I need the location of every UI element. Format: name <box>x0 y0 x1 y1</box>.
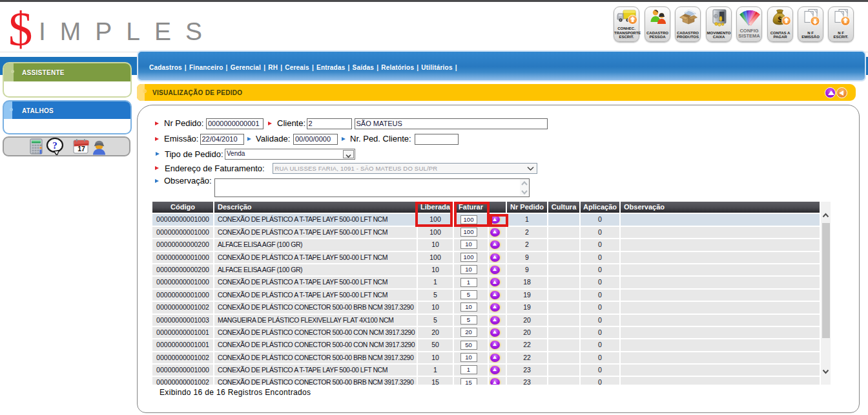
svg-text:$: $ <box>778 14 782 24</box>
svg-text:17: 17 <box>78 145 85 153</box>
svg-text:?: ? <box>52 140 57 151</box>
